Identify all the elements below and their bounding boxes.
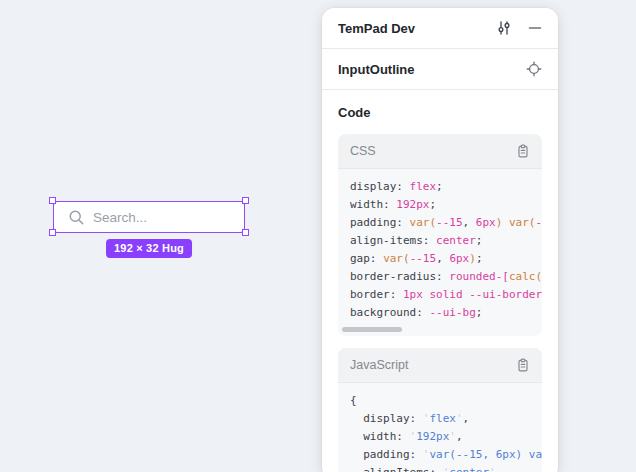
sliders-icon[interactable]: [496, 20, 512, 36]
size-badge: 192 × 32 Hug: [106, 239, 192, 258]
panel-header: TemPad Dev: [322, 8, 558, 49]
component-row: InputOutline: [322, 49, 558, 90]
copy-clipboard-icon[interactable]: [516, 144, 530, 158]
javascript-code: { display: 'flex', width: '192px', paddi…: [338, 383, 542, 472]
javascript-code-block: JavaScript { display: 'flex', width: '19…: [338, 348, 542, 472]
locate-target-icon[interactable]: [526, 61, 542, 77]
horizontal-scrollbar[interactable]: [342, 327, 402, 332]
search-input-element[interactable]: Search...: [53, 201, 245, 233]
code-section-label: Code: [338, 105, 371, 120]
selection-handle-bottom-left[interactable]: [49, 229, 56, 236]
selection-handle-top-right[interactable]: [242, 197, 249, 204]
selection-handle-top-left[interactable]: [49, 197, 56, 204]
component-name: InputOutline: [338, 62, 415, 77]
css-code: display: flex;width: 192px;padding: var(…: [338, 169, 542, 336]
copy-clipboard-icon[interactable]: [516, 358, 530, 372]
minimize-icon[interactable]: [528, 21, 542, 35]
search-placeholder-text: Search...: [93, 210, 147, 225]
tempad-dev-plugin-panel: TemPad Dev InputOutline: [322, 8, 558, 472]
css-code-block: CSS display: flex;width: 192px;padding: …: [338, 134, 542, 336]
magnifier-icon: [68, 209, 85, 226]
css-block-label: CSS: [350, 144, 376, 158]
javascript-block-label: JavaScript: [350, 358, 408, 372]
selection-handle-bottom-right[interactable]: [242, 229, 249, 236]
panel-title: TemPad Dev: [338, 21, 415, 36]
